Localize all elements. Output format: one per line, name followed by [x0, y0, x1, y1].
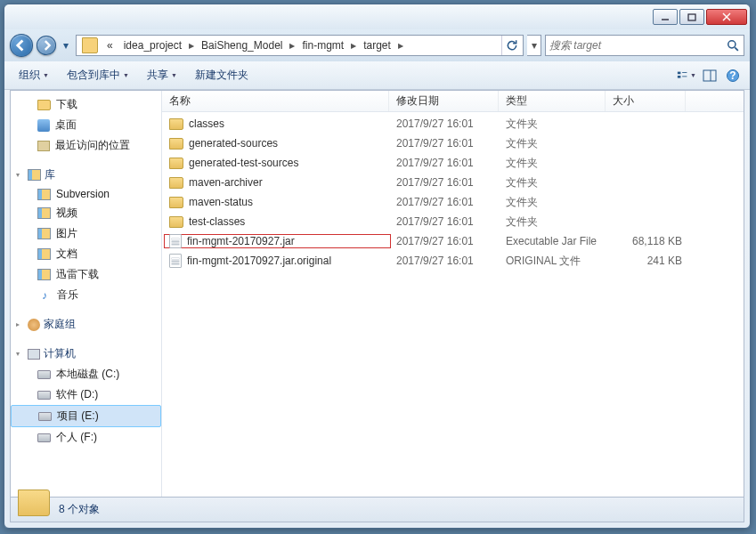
file-list-pane: 名称 修改日期 类型 大小 classes2017/9/27 16:01文件夹g… — [162, 91, 744, 497]
address-history-dropdown[interactable]: ▾ — [527, 35, 541, 56]
minimize-button[interactable] — [653, 9, 678, 25]
file-list[interactable]: classes2017/9/27 16:01文件夹generated-sourc… — [162, 112, 744, 497]
organize-button[interactable]: 组织▼ — [12, 65, 56, 85]
file-date: 2017/9/27 16:01 — [391, 117, 500, 130]
sidebar-item-documents[interactable]: 文档 — [11, 244, 161, 264]
sidebar-item-drive-f[interactable]: 个人 (F:) — [11, 427, 161, 448]
file-name-cell[interactable]: fin-mgmt-20170927.jar — [164, 234, 391, 248]
search-box[interactable] — [545, 35, 744, 56]
file-name: fin-mgmt-20170927.jar — [187, 235, 295, 247]
refresh-button[interactable] — [501, 36, 521, 55]
file-name: generated-sources — [189, 137, 278, 150]
titlebar[interactable] — [4, 4, 750, 29]
sidebar-item-drive-c[interactable]: 本地磁盘 (C:) — [11, 364, 161, 384]
file-row[interactable]: generated-test-sources2017/9/27 16:01文件夹 — [162, 153, 744, 173]
close-button[interactable] — [706, 9, 747, 25]
file-row[interactable]: maven-archiver2017/9/27 16:01文件夹 — [162, 173, 744, 192]
file-name: fin-mgmt-20170927.jar.original — [187, 255, 331, 267]
file-name-cell[interactable]: maven-archiver — [164, 176, 391, 189]
sidebar-item-pictures[interactable]: 图片 — [11, 223, 161, 244]
forward-button[interactable] — [37, 36, 56, 55]
file-name-cell[interactable]: maven-status — [164, 196, 391, 208]
file-size: 68,118 KB — [607, 235, 687, 247]
sidebar-item-desktop[interactable]: 桌面 — [11, 115, 161, 135]
file-type: Executable Jar File — [500, 235, 607, 247]
breadcrumb-prefix[interactable]: « — [102, 36, 118, 55]
sidebar-item-xunlei[interactable]: 迅雷下载 — [11, 264, 161, 285]
column-header-name[interactable]: 名称 — [162, 91, 389, 111]
sidebar-label: 下载 — [56, 97, 77, 112]
file-date: 2017/9/27 16:01 — [391, 255, 500, 267]
command-bar: 组织▼ 包含到库中▼ 共享▼ 新建文件夹 ▼ ? — [4, 61, 750, 90]
library-icon — [37, 189, 51, 200]
maximize-button[interactable] — [679, 9, 704, 25]
sidebar-item-subversion[interactable]: Subversion — [11, 185, 161, 203]
view-options-button[interactable]: ▼ — [677, 66, 696, 85]
chevron-down-icon: ▼ — [123, 72, 129, 78]
sidebar-item-recent[interactable]: 最近访问的位置 — [11, 135, 161, 156]
sidebar-header-homegroup[interactable]: ▸家庭组 — [11, 314, 161, 335]
sidebar-item-videos[interactable]: 视频 — [11, 203, 161, 223]
back-button[interactable] — [10, 34, 33, 57]
folder-icon — [169, 216, 183, 228]
breadcrumb-bar[interactable]: « idea_project▶ BaiSheng_Model▶ fin-mgmt… — [76, 35, 524, 56]
svg-rect-6 — [678, 71, 681, 74]
file-name-cell[interactable]: generated-test-sources — [164, 157, 391, 169]
preview-pane-button[interactable] — [700, 66, 719, 85]
newfolder-label: 新建文件夹 — [195, 68, 248, 83]
file-row[interactable]: test-classes2017/9/27 16:01文件夹 — [162, 212, 744, 231]
include-label: 包含到库中 — [67, 68, 120, 83]
sidebar-item-downloads[interactable]: 下载 — [11, 94, 161, 115]
sidebar-label: 家庭组 — [44, 317, 76, 332]
file-row[interactable]: generated-sources2017/9/27 16:01文件夹 — [162, 134, 744, 153]
sidebar-item-drive-d[interactable]: 软件 (D:) — [11, 384, 161, 405]
chevron-right-icon[interactable]: ▶ — [187, 42, 196, 50]
svg-line-5 — [735, 47, 738, 51]
file-row[interactable]: maven-status2017/9/27 16:01文件夹 — [162, 192, 744, 212]
help-button[interactable]: ? — [723, 66, 743, 85]
column-header-type[interactable]: 类型 — [499, 91, 606, 111]
new-folder-button[interactable]: 新建文件夹 — [188, 65, 256, 85]
share-button[interactable]: 共享▼ — [140, 65, 184, 85]
disk-icon — [37, 370, 51, 379]
file-row[interactable]: classes2017/9/27 16:01文件夹 — [162, 114, 744, 134]
column-header-size[interactable]: 大小 — [606, 91, 686, 111]
document-icon — [37, 248, 51, 260]
file-row[interactable]: fin-mgmt-20170927.jar.original2017/9/27 … — [162, 251, 744, 271]
include-in-library-button[interactable]: 包含到库中▼ — [60, 65, 136, 85]
search-input[interactable] — [549, 39, 722, 52]
file-name-cell[interactable]: fin-mgmt-20170927.jar.original — [164, 254, 391, 268]
file-name-cell[interactable]: classes — [164, 117, 391, 130]
sidebar-item-drive-e[interactable]: 项目 (E:) — [11, 405, 161, 427]
chevron-down-icon[interactable]: ▾ — [16, 350, 24, 358]
navigation-pane[interactable]: 下载 桌面 最近访问的位置 ▾库 Subversion 视频 图片 文档 迅雷下… — [11, 91, 162, 497]
file-type: ORIGINAL 文件 — [500, 254, 607, 269]
chevron-right-icon[interactable]: ▶ — [349, 42, 358, 50]
sidebar-header-libraries[interactable]: ▾库 — [11, 165, 161, 185]
chevron-down-icon[interactable]: ▾ — [16, 171, 24, 179]
chevron-right-icon[interactable]: ▶ — [396, 42, 405, 50]
file-name: generated-test-sources — [189, 157, 298, 169]
sidebar-header-computer[interactable]: ▾计算机 — [11, 344, 161, 364]
breadcrumb-item[interactable]: BaiSheng_Model — [196, 36, 288, 55]
breadcrumb-item[interactable]: idea_project — [118, 36, 187, 55]
file-name-cell[interactable]: test-classes — [164, 215, 391, 228]
file-date: 2017/9/27 16:01 — [391, 235, 500, 247]
sidebar-item-music[interactable]: ♪音乐 — [11, 285, 161, 305]
chevron-right-icon[interactable]: ▸ — [16, 320, 24, 328]
file-name-cell[interactable]: generated-sources — [164, 137, 391, 150]
breadcrumb-item[interactable]: target — [358, 36, 396, 55]
file-name: test-classes — [189, 215, 245, 228]
chevron-right-icon[interactable]: ▶ — [288, 42, 297, 50]
column-header-date[interactable]: 修改日期 — [389, 91, 499, 111]
search-icon[interactable] — [726, 38, 740, 53]
file-type: 文件夹 — [500, 156, 607, 171]
item-count: 8 个对象 — [59, 502, 100, 517]
nav-history-dropdown[interactable]: ▾ — [60, 34, 72, 57]
breadcrumb-item[interactable]: fin-mgmt — [297, 36, 349, 55]
content-area: 下载 桌面 最近访问的位置 ▾库 Subversion 视频 图片 文档 迅雷下… — [10, 90, 744, 498]
disk-icon — [38, 412, 52, 421]
chevron-down-icon: ▼ — [171, 72, 177, 78]
file-row[interactable]: fin-mgmt-20170927.jar2017/9/27 16:01Exec… — [162, 231, 744, 251]
picture-icon — [37, 228, 51, 239]
